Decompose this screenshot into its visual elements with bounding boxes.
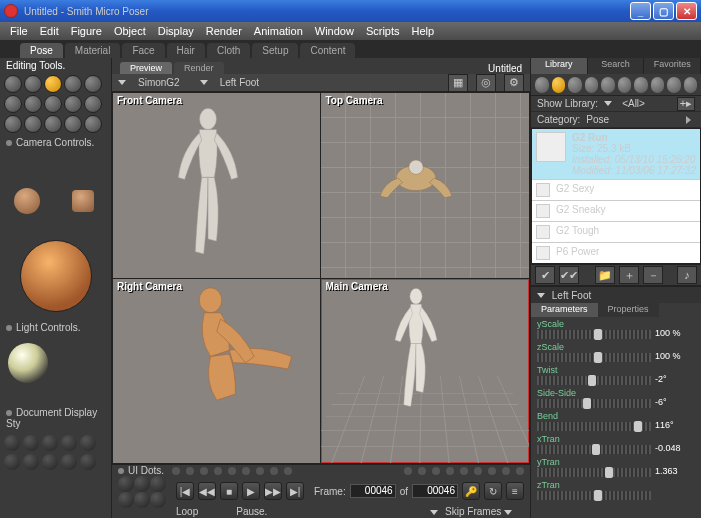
param-value[interactable]: 100 % — [655, 328, 693, 338]
library-item[interactable]: G2 Run Size: 25.3 kB Installed: 05/13/10… — [532, 129, 700, 180]
param-dial[interactable]: zTran — [537, 480, 695, 500]
menu-help[interactable]: Help — [406, 25, 441, 37]
style-ball[interactable] — [4, 435, 20, 451]
libcat-expressions-icon[interactable] — [568, 77, 582, 93]
style-ball[interactable] — [42, 435, 58, 451]
doc-tab-render[interactable]: Render — [174, 62, 224, 74]
tracking-btn[interactable]: ◎ — [476, 74, 496, 92]
tool-translate[interactable] — [44, 75, 62, 93]
param-nub[interactable] — [592, 444, 600, 455]
style-ball[interactable] — [23, 454, 39, 470]
libcat-hair-icon[interactable] — [585, 77, 599, 93]
tool-twist[interactable] — [24, 75, 42, 93]
param-slider[interactable] — [537, 491, 651, 500]
tool-eyedrop[interactable] — [24, 115, 42, 133]
param-value[interactable]: -6° — [655, 397, 693, 407]
param-value[interactable]: 100 % — [655, 351, 693, 361]
param-nub[interactable] — [594, 329, 602, 340]
light-trackball[interactable] — [8, 343, 48, 383]
room-tab-hair[interactable]: Hair — [167, 43, 205, 58]
category-value[interactable]: Pose — [586, 114, 609, 125]
libcat-props-icon[interactable] — [618, 77, 632, 93]
viewport-right[interactable]: Right Camera — [113, 279, 321, 464]
favorite-button[interactable]: ♪ — [677, 266, 697, 284]
show-library-value[interactable]: <All> — [622, 98, 645, 109]
param-dial[interactable]: Twist-2° — [537, 365, 695, 385]
param-dial[interactable]: yTran1.363 — [537, 457, 695, 477]
edit-keys-button[interactable]: ≡ — [506, 482, 524, 500]
menu-edit[interactable]: Edit — [34, 25, 65, 37]
loop-toggle[interactable]: ↻ — [484, 482, 502, 500]
menu-file[interactable]: File — [4, 25, 34, 37]
play-button[interactable]: ▶ — [242, 482, 260, 500]
skip-frames-label[interactable]: Skip Frames — [430, 506, 516, 517]
style-ball[interactable] — [80, 435, 96, 451]
param-value[interactable]: 116° — [655, 420, 693, 430]
library-tab-search[interactable]: Search — [588, 58, 645, 74]
menu-object[interactable]: Object — [108, 25, 152, 37]
stop-button[interactable]: ■ — [220, 482, 238, 500]
viewport-layout-btn[interactable]: ▦ — [448, 74, 468, 92]
param-nub[interactable] — [588, 375, 596, 386]
tool-taper[interactable] — [84, 75, 102, 93]
tool-color[interactable] — [24, 95, 42, 113]
next-frame-button[interactable]: ▶▶ — [264, 482, 282, 500]
param-dial[interactable]: Side-Side-6° — [537, 388, 695, 408]
add-runtime-button[interactable]: +▸ — [677, 97, 695, 111]
viewport-main[interactable]: Main Camera — [321, 279, 529, 464]
param-value[interactable]: 1.363 — [655, 466, 693, 476]
camera-face-icon[interactable] — [14, 188, 40, 214]
add-item-button[interactable]: ＋ — [619, 266, 639, 284]
libcat-materials-icon[interactable] — [667, 77, 681, 93]
tool-morph[interactable] — [64, 95, 82, 113]
memory-dots[interactable] — [118, 476, 164, 506]
viewport-front[interactable]: Front Camera — [113, 93, 321, 278]
new-folder-button[interactable]: 📁 — [595, 266, 615, 284]
param-slider[interactable]: 1.363 — [537, 468, 651, 477]
style-ball[interactable] — [4, 454, 20, 470]
menu-figure[interactable]: Figure — [65, 25, 108, 37]
doc-tab-preview[interactable]: Preview — [120, 62, 172, 74]
param-value[interactable]: -2° — [655, 374, 693, 384]
param-nub[interactable] — [594, 490, 602, 501]
param-slider[interactable]: 100 % — [537, 330, 651, 339]
tool-direct[interactable] — [44, 115, 62, 133]
tool-misc1[interactable] — [64, 115, 82, 133]
camera-hand-icon[interactable] — [72, 190, 94, 212]
libcat-scenes-icon[interactable] — [684, 77, 698, 93]
param-nub[interactable] — [634, 421, 642, 432]
menu-display[interactable]: Display — [152, 25, 200, 37]
param-tab-properties[interactable]: Properties — [598, 303, 659, 317]
total-frames-field[interactable]: 00046 — [412, 484, 458, 498]
libcat-figures-icon[interactable] — [535, 77, 549, 93]
category-row[interactable]: Category: Pose — [531, 112, 701, 128]
library-list[interactable]: G2 Run Size: 25.3 kB Installed: 05/13/10… — [531, 128, 701, 264]
tool-misc2[interactable] — [84, 115, 102, 133]
window-maximize-button[interactable]: ▢ — [653, 2, 674, 20]
param-part-label[interactable]: Left Foot — [552, 290, 591, 301]
first-frame-button[interactable]: |◀ — [176, 482, 194, 500]
tool-view[interactable] — [44, 95, 62, 113]
render-settings-btn[interactable]: ⚙ — [504, 74, 524, 92]
remove-item-button[interactable]: － — [643, 266, 663, 284]
param-slider[interactable]: 116° — [537, 422, 651, 431]
menu-window[interactable]: Window — [309, 25, 360, 37]
tool-rotate[interactable] — [4, 75, 22, 93]
apply-all-button[interactable]: ✔✔ — [559, 266, 579, 284]
param-slider[interactable]: 100 % — [537, 353, 651, 362]
menu-render[interactable]: Render — [200, 25, 248, 37]
room-tab-face[interactable]: Face — [122, 43, 164, 58]
param-slider[interactable]: -2° — [537, 376, 651, 385]
style-ball[interactable] — [61, 435, 77, 451]
actor-menu-icon[interactable] — [200, 80, 208, 85]
param-dial[interactable]: yScale100 % — [537, 319, 695, 339]
param-nub[interactable] — [583, 398, 591, 409]
prev-frame-button[interactable]: ◀◀ — [198, 482, 216, 500]
library-item[interactable]: P6 Power — [532, 243, 700, 264]
window-minimize-button[interactable]: _ — [630, 2, 651, 20]
key-toggle[interactable]: 🔑 — [462, 482, 480, 500]
library-item[interactable]: G2 Tough — [532, 222, 700, 243]
libcat-hands-icon[interactable] — [601, 77, 615, 93]
room-tab-cloth[interactable]: Cloth — [207, 43, 250, 58]
library-tab-favorites[interactable]: Favorites — [644, 58, 701, 74]
